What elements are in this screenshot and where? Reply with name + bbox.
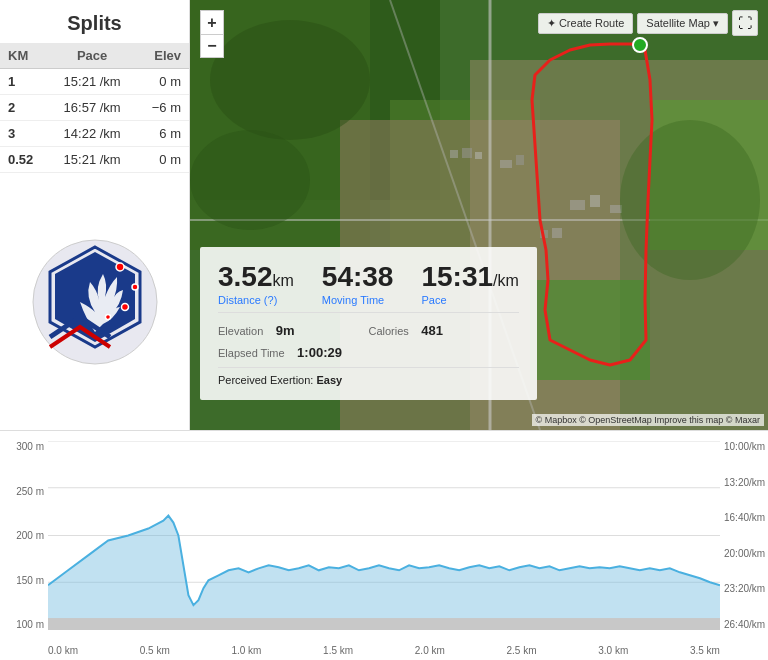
brand-logo <box>30 237 160 367</box>
split-cell-km: 0.52 <box>0 147 49 173</box>
elapsed-row: Elapsed Time 1:00:29 <box>218 343 519 361</box>
split-cell-pace: 15:21 /km <box>49 147 136 173</box>
left-axis-label-1: 300 m <box>16 441 44 452</box>
elevation-value: 9m <box>276 323 295 338</box>
col-header-elev: Elev <box>135 43 189 69</box>
splits-title: Splits <box>0 0 189 43</box>
bottom-axis-label-2: 0.5 km <box>140 645 170 656</box>
col-header-pace: Pace <box>49 43 136 69</box>
table-row: 0.5215:21 /km0 m <box>0 147 189 173</box>
right-axis-label-2: 13:20/km <box>724 477 765 488</box>
svg-rect-37 <box>48 618 720 630</box>
split-cell-pace: 15:21 /km <box>49 69 136 95</box>
distance-unit: km <box>273 272 294 289</box>
zoom-out-button[interactable]: − <box>200 34 224 58</box>
split-cell-pace: 16:57 /km <box>49 95 136 121</box>
chart-left-axis: 300 m 250 m 200 m 150 m 100 m <box>0 441 48 630</box>
create-route-button[interactable]: ✦ Create Route <box>538 13 633 34</box>
split-cell-km: 1 <box>0 69 49 95</box>
svg-point-5 <box>121 303 128 310</box>
chart-bottom-axis: 0.0 km 0.5 km 1.0 km 1.5 km 2.0 km 2.5 k… <box>48 645 720 656</box>
distance-label: Distance (?) <box>218 294 294 306</box>
bottom-axis-label-4: 1.5 km <box>323 645 353 656</box>
right-axis-label-5: 23:20/km <box>724 583 765 594</box>
table-row: 216:57 /km−6 m <box>0 95 189 121</box>
elevation-chart-area <box>48 441 720 630</box>
splits-table: KM Pace Elev 115:21 /km0 m216:57 /km−6 m… <box>0 43 189 173</box>
stats-detail-row: Elevation 9m Calories 481 <box>218 321 519 339</box>
left-axis-label-4: 150 m <box>16 575 44 586</box>
split-cell-km: 2 <box>0 95 49 121</box>
right-axis-label-4: 20:00/km <box>724 548 765 559</box>
left-axis-label-5: 100 m <box>16 619 44 630</box>
distance-stat: 3.52km Distance (?) <box>218 261 294 306</box>
table-row: 314:22 /km6 m <box>0 121 189 147</box>
logo-area <box>0 173 189 430</box>
split-cell-elev: 6 m <box>135 121 189 147</box>
table-row: 115:21 /km0 m <box>0 69 189 95</box>
elevation-label: Elevation <box>218 325 263 337</box>
split-cell-km: 3 <box>0 121 49 147</box>
right-axis-label-3: 16:40/km <box>724 512 765 523</box>
moving-time-label: Moving Time <box>322 294 394 306</box>
map-top-controls: ✦ Create Route Satellite Map ▾ ⛶ <box>538 10 758 36</box>
bottom-axis-label-1: 0.0 km <box>48 645 78 656</box>
elapsed-value: 1:00:29 <box>297 345 342 360</box>
calories-value: 481 <box>421 323 443 338</box>
split-cell-pace: 14:22 /km <box>49 121 136 147</box>
split-cell-elev: 0 m <box>135 69 189 95</box>
svg-point-31 <box>633 38 647 52</box>
right-axis-label-1: 10:00/km <box>724 441 765 452</box>
elevation-svg <box>48 441 720 630</box>
splits-panel: Splits KM Pace Elev 115:21 /km0 m216:57 … <box>0 0 190 430</box>
moving-time-stat: 54:38 Moving Time <box>322 261 394 306</box>
left-axis-label-2: 250 m <box>16 486 44 497</box>
fullscreen-button[interactable]: ⛶ <box>732 10 758 36</box>
map-area: + − ✦ Create Route Satellite Map ▾ ⛶ 3.5… <box>190 0 768 430</box>
split-cell-elev: 0 m <box>135 147 189 173</box>
bottom-axis-label-8: 3.5 km <box>690 645 720 656</box>
map-zoom-controls: + − <box>200 10 224 58</box>
map-attribution: © Mapbox © OpenStreetMap Improve this ma… <box>532 414 764 426</box>
perceived-exertion: Perceived Exertion: Easy <box>218 374 519 386</box>
pace-stat: 15:31/km Pace <box>421 261 518 306</box>
moving-time-value: 54:38 <box>322 261 394 292</box>
calories-label: Calories <box>368 325 408 337</box>
split-cell-elev: −6 m <box>135 95 189 121</box>
distance-value: 3.52 <box>218 261 273 292</box>
bottom-axis-label-7: 3.0 km <box>598 645 628 656</box>
elapsed-label: Elapsed Time <box>218 347 285 359</box>
pace-value: 15:31 <box>421 261 493 292</box>
elevation-chart-section: 300 m 250 m 200 m 150 m 100 m 10:00/km 1… <box>0 430 768 660</box>
chart-right-axis: 10:00/km 13:20/km 16:40/km 20:00/km 23:2… <box>720 441 768 630</box>
satellite-map-button[interactable]: Satellite Map ▾ <box>637 13 728 34</box>
right-axis-label-6: 26:40/km <box>724 619 765 630</box>
bottom-axis-label-6: 2.5 km <box>507 645 537 656</box>
pace-label: Pace <box>421 294 518 306</box>
svg-point-3 <box>116 263 124 271</box>
bottom-axis-label-5: 2.0 km <box>415 645 445 656</box>
svg-point-4 <box>132 284 138 290</box>
col-header-km: KM <box>0 43 49 69</box>
stats-overlay: 3.52km Distance (?) 54:38 Moving Time 15… <box>200 247 537 400</box>
left-axis-label-3: 200 m <box>16 530 44 541</box>
pace-unit: /km <box>493 272 519 289</box>
bottom-axis-label-3: 1.0 km <box>231 645 261 656</box>
zoom-in-button[interactable]: + <box>200 10 224 34</box>
svg-point-6 <box>105 314 110 319</box>
